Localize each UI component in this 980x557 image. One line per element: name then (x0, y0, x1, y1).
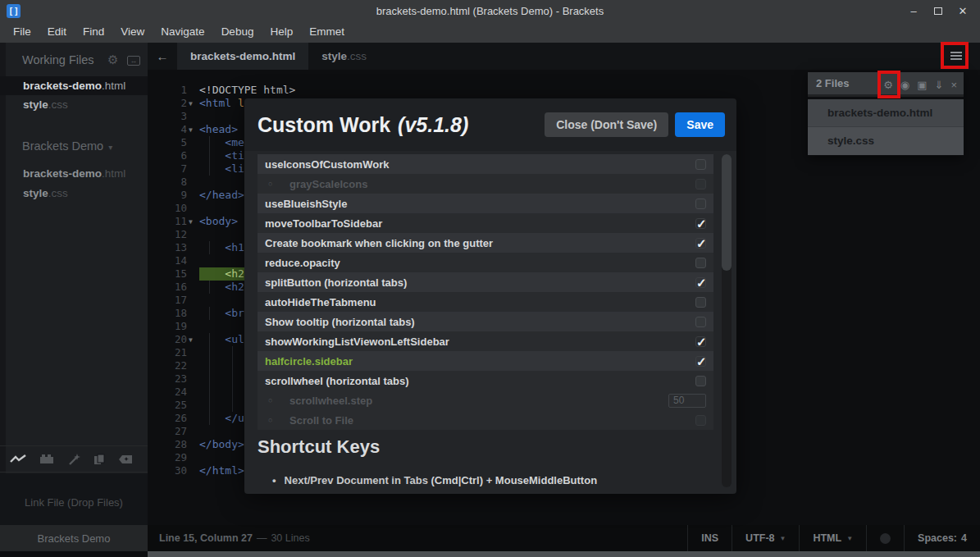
menu-view[interactable]: View (112, 21, 153, 43)
close-icon[interactable]: × (950, 79, 957, 91)
project-dropdown[interactable]: Brackets Demo▾ (22, 139, 112, 153)
project-file-item[interactable]: brackets-demo.html (0, 164, 148, 184)
fold-arrow-icon[interactable]: ▼ (189, 334, 193, 347)
setting-row[interactable]: reduce.opacity (258, 253, 713, 272)
zigzag-icon[interactable] (10, 454, 26, 464)
working-file-item[interactable]: style.css (0, 95, 148, 114)
close-dont-save-button[interactable]: Close (Don't Save) (545, 112, 668, 137)
line-number[interactable]: 8 (148, 176, 187, 189)
setting-checkbox[interactable] (695, 218, 706, 229)
save-button[interactable]: Save (675, 112, 725, 137)
setting-row[interactable]: moveToolbarToSidebar (258, 213, 713, 233)
wand-icon[interactable] (67, 454, 80, 465)
line-number[interactable]: 18 (148, 307, 187, 320)
encoding-selector[interactable]: UTF-8▼ (732, 525, 799, 551)
insert-mode-indicator[interactable]: INS (687, 525, 732, 551)
line-number[interactable]: 17 (148, 294, 187, 307)
line-number[interactable]: 3 (148, 110, 187, 123)
setting-row[interactable]: useBlueishStyle (258, 194, 713, 213)
line-number[interactable]: 7 (148, 162, 187, 176)
line-number[interactable]: 24 (148, 386, 187, 399)
setting-row[interactable]: useIconsOfCustomWork (258, 154, 713, 174)
eye-icon[interactable]: ◉ (900, 79, 909, 91)
menu-find[interactable]: Find (75, 21, 112, 43)
language-selector[interactable]: HTML▼ (799, 525, 866, 551)
line-number[interactable]: 25 (148, 399, 187, 412)
line-number[interactable]: 1 (148, 84, 187, 97)
setting-row[interactable]: splitButton (horizontal tabs) (258, 272, 713, 292)
line-number[interactable]: 4 (148, 123, 187, 136)
files-panel-row[interactable]: style.css (808, 127, 964, 155)
line-number[interactable]: 20 (148, 333, 187, 346)
project-file-item[interactable]: style.css (0, 184, 148, 203)
line-number[interactable]: 16 (148, 281, 187, 294)
lint-status-indicator[interactable] (866, 525, 904, 551)
brick-icon[interactable] (39, 454, 54, 464)
tab-brackets-demo.html[interactable]: brackets-demo.html (177, 43, 308, 70)
scrollbar-thumb[interactable] (722, 154, 732, 271)
setting-checkbox[interactable] (695, 277, 706, 288)
setting-checkbox[interactable] (695, 199, 706, 209)
line-number[interactable]: 12 (148, 228, 187, 241)
setting-checkbox[interactable] (695, 336, 706, 347)
fold-arrow-icon[interactable]: ▼ (189, 98, 193, 111)
line-number[interactable]: 13 (148, 241, 187, 254)
setting-checkbox[interactable] (695, 258, 706, 268)
line-number[interactable]: 22 (148, 359, 187, 372)
line-number[interactable]: 28 (148, 438, 187, 451)
horizontal-scrollbar[interactable] (148, 551, 980, 557)
tag-icon[interactable] (118, 454, 133, 464)
copy-icon[interactable] (93, 454, 105, 465)
indent-setting[interactable]: Spaces:4 (904, 525, 980, 551)
working-file-item[interactable]: brackets-demo.html (0, 76, 148, 95)
line-number[interactable]: 14 (148, 254, 187, 267)
project-footer-button[interactable]: Brackets Demo (0, 525, 148, 551)
menu-emmet[interactable]: Emmet (301, 21, 353, 43)
line-number[interactable]: 30 (148, 464, 187, 477)
line-number[interactable]: 2 (148, 97, 187, 110)
setting-row[interactable]: Create bookmark when clicking on the gut… (258, 233, 713, 253)
setting-checkbox[interactable] (695, 376, 706, 386)
tab-scroll-left-icon[interactable]: ← (148, 43, 177, 70)
setting-row[interactable]: ○Scroll to File (258, 410, 713, 430)
line-number[interactable]: 21 (148, 346, 187, 359)
setting-row[interactable]: autoHideTheTabmenu (258, 292, 713, 312)
setting-checkbox[interactable] (695, 159, 706, 170)
working-files-gear-icon[interactable]: ⚙ (107, 53, 118, 67)
fold-arrow-icon[interactable]: ▼ (189, 216, 193, 229)
setting-checkbox[interactable] (695, 415, 706, 426)
menu-file[interactable]: File (5, 21, 39, 43)
line-number[interactable]: 9 (148, 189, 187, 202)
split-view-icon[interactable]: ↔ (127, 56, 140, 66)
setting-checkbox[interactable] (695, 238, 706, 249)
line-number[interactable]: 11 (148, 215, 187, 228)
setting-row[interactable]: scrollwheel (horizontal tabs) (258, 371, 713, 390)
dialog-scrollbar[interactable] (722, 154, 732, 487)
files-panel-row[interactable]: brackets-demo.html (808, 99, 964, 127)
menu-help[interactable]: Help (262, 21, 301, 43)
close-button[interactable]: ✕ (950, 0, 975, 21)
line-number[interactable]: 29 (148, 451, 187, 464)
spaces-value[interactable]: 4 (961, 532, 967, 544)
minimize-button[interactable]: – (901, 0, 926, 21)
line-number[interactable]: 10 (148, 202, 187, 215)
fold-arrow-icon[interactable]: ▼ (189, 124, 193, 137)
tab-style.css[interactable]: style.css (308, 43, 380, 70)
maximize-button[interactable] (926, 0, 950, 21)
arrow-down-icon[interactable]: ⇓ (935, 79, 944, 91)
menu-edit[interactable]: Edit (39, 21, 75, 43)
setting-checkbox[interactable] (695, 179, 706, 189)
line-number[interactable]: 6 (148, 149, 187, 162)
setting-number-input[interactable]: 50 (668, 394, 706, 408)
menu-debug[interactable]: Debug (213, 21, 262, 43)
setting-checkbox[interactable] (695, 317, 706, 327)
line-number[interactable]: 26 (148, 412, 187, 425)
line-number[interactable]: 15 (148, 267, 187, 281)
setting-checkbox[interactable] (695, 356, 706, 367)
line-number[interactable]: 23 (148, 372, 187, 386)
line-number[interactable]: 27 (148, 425, 187, 438)
setting-checkbox[interactable] (695, 297, 706, 308)
setting-row[interactable]: halfcircle.sidebar (258, 351, 713, 371)
setting-row[interactable]: ○scrollwheel.step50 (258, 390, 713, 410)
menu-navigate[interactable]: Navigate (153, 21, 212, 43)
